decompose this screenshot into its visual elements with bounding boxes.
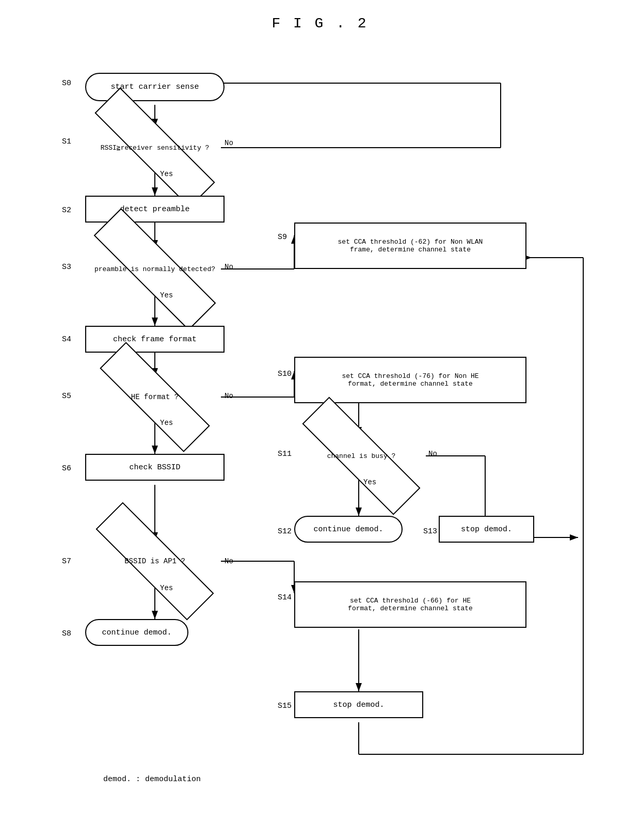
- s3-yes-label: Yes: [160, 291, 173, 299]
- s14-label: S14: [278, 593, 292, 602]
- s8-label: S8: [62, 629, 71, 638]
- s3-label: S3: [62, 263, 71, 272]
- s11-yes-label: Yes: [363, 478, 376, 486]
- s3-diamond: preamble is normally detected?: [85, 248, 225, 290]
- s5-diamond: HE format ?: [85, 376, 225, 418]
- s7-label: S7: [62, 557, 71, 566]
- s9-node: set CCA threshold (-62) for Non WLAN fra…: [294, 223, 526, 269]
- s9-label: S9: [278, 233, 287, 242]
- s13-label: S13: [423, 527, 437, 536]
- s4-node: check frame format: [85, 326, 225, 353]
- page-title: F I G . 2: [0, 0, 640, 42]
- s11-label: S11: [278, 450, 292, 458]
- s4-label: S4: [62, 335, 71, 344]
- s5-label: S5: [62, 392, 71, 401]
- s5-no-label: No: [225, 392, 233, 400]
- diagram: S0 start carrier sense S1 RSSI≧receiver …: [36, 42, 604, 840]
- s1-no-label: No: [225, 139, 233, 147]
- s3-no-label: No: [225, 263, 233, 271]
- s6-node: check BSSID: [85, 454, 225, 481]
- s10-label: S10: [278, 370, 292, 378]
- s2-label: S2: [62, 206, 71, 215]
- s0-label: S0: [62, 79, 71, 88]
- s8-node: continue demod.: [85, 619, 188, 646]
- s11-no-label: No: [428, 450, 437, 458]
- s2-node: detect preamble: [85, 196, 225, 223]
- s7-yes-label: Yes: [160, 584, 173, 592]
- s7-no-label: No: [225, 557, 233, 565]
- s12-node: continue demod.: [294, 516, 403, 543]
- s11-diamond: channel is busy ?: [294, 435, 428, 477]
- s6-label: S6: [62, 464, 71, 473]
- s12-label: S12: [278, 527, 292, 536]
- demod-note: demod. : demodulation: [103, 775, 201, 784]
- s1-diamond: RSSI≧receiver sensitivity ?: [85, 127, 225, 168]
- s15-label: S15: [278, 702, 292, 710]
- s7-diamond: BSSID is AP1 ?: [85, 541, 225, 582]
- s15-node: stop demod.: [294, 691, 423, 718]
- s14-node: set CCA threshold (-66) for HE format, d…: [294, 581, 526, 628]
- s0-node: start carrier sense: [85, 73, 225, 101]
- s13-node: stop demod.: [439, 516, 534, 543]
- s1-label: S1: [62, 137, 71, 146]
- s1-yes-label: Yes: [160, 170, 173, 178]
- s5-yes-label: Yes: [160, 419, 173, 427]
